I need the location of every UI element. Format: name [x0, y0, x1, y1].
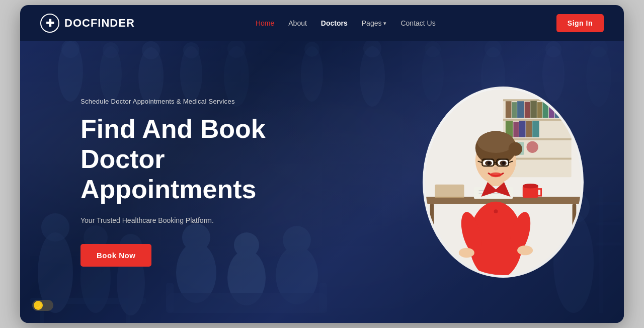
hero-image-area	[423, 87, 584, 278]
svg-rect-63	[519, 121, 526, 137]
svg-rect-59	[549, 102, 554, 118]
nav-item-pages[interactable]: Pages ▾	[362, 19, 387, 27]
svg-point-94	[488, 161, 491, 165]
browser-wrapper: ✚ DocDocFinderFinder Home About Doctors …	[20, 5, 624, 323]
hero-title: Find And Book Doctor Appointments	[80, 114, 332, 204]
svg-rect-65	[532, 121, 539, 137]
nav-item-contact[interactable]: Contact Us	[400, 19, 435, 28]
nav-link-contact[interactable]: Contact Us	[400, 19, 435, 27]
svg-point-95	[502, 161, 505, 165]
svg-rect-62	[513, 122, 519, 137]
svg-point-103	[494, 209, 498, 213]
svg-point-83	[459, 248, 474, 258]
hero-description: Your Trusted Healthcare Booking Platform…	[80, 215, 332, 226]
logo-text: DocDocFinderFinder	[64, 17, 135, 30]
hero-section: Schedule Doctor Appointments & Medical S…	[20, 41, 624, 323]
nav-links: Home About Doctors Pages ▾ Contact Us	[256, 19, 436, 28]
nav-link-home[interactable]: Home	[256, 19, 274, 27]
svg-rect-54	[517, 101, 524, 118]
dark-mode-toggle[interactable]: 🌙	[32, 300, 53, 311]
svg-rect-56	[530, 101, 537, 118]
nav-item-about[interactable]: About	[288, 19, 307, 28]
logo-area: ✚ DocDocFinderFinder	[40, 14, 135, 33]
book-now-button[interactable]: Book Now	[80, 244, 151, 267]
svg-rect-60	[555, 101, 562, 118]
nav-link-doctors[interactable]: Doctors	[321, 19, 348, 27]
svg-rect-58	[542, 101, 548, 118]
svg-point-102	[490, 173, 502, 178]
nav-link-about[interactable]: About	[288, 19, 307, 27]
doctor-svg	[425, 89, 581, 275]
svg-point-89	[509, 142, 522, 156]
svg-point-76	[523, 184, 538, 189]
nav-link-pages[interactable]: Pages	[362, 19, 382, 27]
signin-button[interactable]: Sign In	[556, 14, 604, 32]
svg-point-68	[527, 141, 538, 153]
svg-rect-57	[537, 102, 542, 118]
toggle-track[interactable]: 🌙	[32, 300, 53, 311]
logo-icon: ✚	[40, 14, 59, 33]
svg-rect-71	[430, 204, 434, 275]
hero-text-block: Schedule Doctor Appointments & Medical S…	[80, 98, 332, 267]
doctor-image-circle	[423, 87, 584, 278]
nav-item-home[interactable]: Home	[256, 19, 274, 28]
svg-rect-52	[506, 101, 512, 118]
svg-rect-49	[503, 119, 572, 121]
svg-rect-72	[573, 204, 577, 275]
navbar: ✚ DocDocFinderFinder Home About Doctors …	[20, 5, 624, 41]
nav-item-doctors[interactable]: Doctors	[321, 19, 348, 28]
moon-icon: 🌙	[34, 301, 43, 310]
hero-subtitle: Schedule Doctor Appointments & Medical S…	[80, 98, 332, 105]
svg-point-101	[494, 167, 499, 171]
svg-rect-55	[525, 102, 530, 118]
svg-point-84	[517, 245, 533, 255]
svg-rect-53	[512, 102, 517, 118]
svg-rect-64	[526, 121, 532, 137]
svg-rect-73	[435, 185, 464, 198]
hero-content: Schedule Doctor Appointments & Medical S…	[20, 41, 624, 323]
chevron-down-icon: ▾	[383, 20, 386, 27]
svg-rect-48	[503, 99, 572, 101]
